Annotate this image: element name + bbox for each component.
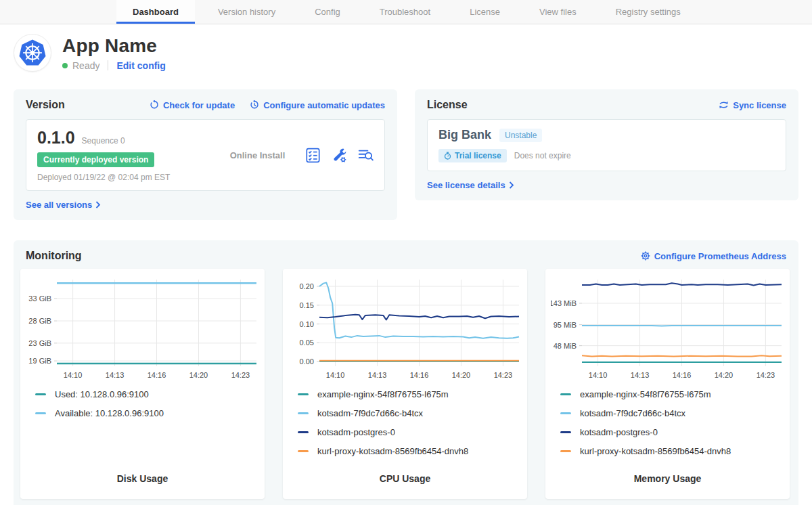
svg-text:14:23: 14:23 [757, 371, 775, 379]
legend-item: example-nginx-54f8f76755-l675m [298, 389, 512, 399]
svg-text:14:23: 14:23 [494, 371, 513, 379]
wrench-gear-icon[interactable] [332, 148, 347, 163]
see-license-details-link[interactable]: See license details [427, 180, 514, 190]
status-text: Ready [72, 60, 99, 71]
svg-text:14:16: 14:16 [673, 371, 692, 379]
chart-card-memory-usage: 14:1014:1314:1614:2014:2348 MiB95 MiB143… [545, 269, 790, 499]
divider [108, 60, 108, 70]
svg-text:0.05: 0.05 [300, 338, 314, 347]
version-card: Version Check for update [14, 89, 397, 220]
svg-text:14:23: 14:23 [231, 371, 250, 379]
current-version-box: 0.1.0 Sequence 0 Currently deployed vers… [26, 119, 385, 191]
cpu-usage-legend: example-nginx-54f8f76755-l675mkotsadm-7f… [288, 382, 522, 465]
memory-usage-legend: example-nginx-54f8f76755-l675mkotsadm-7f… [551, 382, 784, 465]
chart-card-disk-usage: 14:1014:1314:1614:2014:2319 GiB23 GiB28 … [20, 269, 265, 499]
legend-label: example-nginx-54f8f76755-l675m [317, 389, 449, 399]
svg-text:0.10: 0.10 [300, 320, 314, 328]
check-for-update-button[interactable]: Check for update [150, 100, 235, 110]
trial-license-badge: Trial license [438, 149, 507, 162]
preflight-checklist-icon[interactable] [305, 148, 321, 163]
legend-label: Used: 10.128.0.96:9100 [55, 389, 149, 399]
legend-swatch [560, 431, 571, 433]
svg-text:95 MiB: 95 MiB [554, 321, 577, 329]
tab-troubleshoot[interactable]: Troubleshoot [363, 0, 447, 24]
version-number: 0.1.0 [37, 128, 75, 148]
legend-label: kurl-proxy-kotsadm-8569fb6454-dnvh8 [317, 446, 468, 456]
svg-text:143 MiB: 143 MiB [551, 299, 577, 307]
legend-swatch [560, 450, 571, 452]
sync-license-button[interactable]: Sync license [719, 100, 786, 110]
legend-label: kotsadm-postgres-0 [580, 427, 658, 437]
kubernetes-icon [19, 39, 46, 66]
legend-swatch [298, 450, 309, 452]
sync-icon [719, 100, 729, 110]
monitoring-title: Monitoring [26, 250, 82, 262]
configure-automatic-updates-button[interactable]: Configure automatic updates [250, 100, 385, 110]
legend-item: example-nginx-54f8f76755-l675m [560, 389, 775, 399]
version-card-title: Version [26, 99, 65, 111]
svg-text:14:10: 14:10 [326, 371, 345, 379]
legend-item: kurl-proxy-kotsadm-8569fb6454-dnvh8 [298, 446, 512, 456]
svg-text:14:16: 14:16 [148, 371, 166, 379]
app-logo [14, 34, 51, 72]
legend-item: kotsadm-postgres-0 [298, 427, 512, 437]
see-all-versions-link[interactable]: See all versions [26, 200, 101, 210]
refresh-icon [150, 100, 159, 110]
svg-text:14:10: 14:10 [589, 371, 608, 379]
chevron-right-icon [95, 201, 101, 208]
page-title: App Name [62, 35, 166, 57]
license-card: License Sync license Big Bank Unstable [415, 89, 798, 200]
chart-card-cpu-usage: 14:1014:1314:1614:2014:230.000.050.100.1… [283, 269, 527, 499]
svg-text:14:13: 14:13 [368, 371, 387, 379]
legend-item: kurl-proxy-kotsadm-8569fb6454-dnvh8 [560, 446, 775, 456]
svg-text:28 GiB: 28 GiB [28, 317, 51, 325]
svg-text:48 MiB: 48 MiB [554, 342, 577, 350]
legend-item: kotsadm-7f9dc7d66c-b4tcx [298, 408, 512, 418]
svg-text:14:13: 14:13 [631, 371, 650, 379]
legend-swatch [560, 412, 571, 414]
license-card-title: License [427, 99, 468, 111]
legend-item: kotsadm-7f9dc7d66c-b4tcx [560, 408, 775, 418]
configure-prometheus-button[interactable]: Configure Prometheus Address [641, 251, 786, 261]
tab-registry-settings[interactable]: Registry settings [600, 0, 697, 24]
edit-config-link[interactable]: Edit config [116, 60, 165, 71]
svg-text:33 GiB: 33 GiB [28, 294, 51, 303]
svg-text:23 GiB: 23 GiB [28, 339, 51, 347]
legend-swatch [298, 431, 309, 433]
deployed-timestamp: Deployed 01/19/22 @ 02:04 pm EST [37, 173, 210, 182]
svg-text:19 GiB: 19 GiB [28, 357, 51, 365]
svg-text:14:20: 14:20 [452, 371, 471, 379]
disk-usage-chart: 14:1014:1314:1614:2014:2319 GiB23 GiB28 … [26, 274, 259, 382]
legend-label: kotsadm-7f9dc7d66c-b4tcx [580, 408, 685, 418]
svg-text:0.20: 0.20 [300, 282, 314, 290]
tab-license[interactable]: License [453, 0, 516, 24]
license-details-box: Big Bank Unstable Trial license Does not… [427, 119, 786, 171]
chart-title: Disk Usage [26, 473, 259, 492]
svg-text:0.00: 0.00 [300, 357, 314, 366]
chevron-right-icon [509, 181, 514, 189]
series-line [582, 326, 782, 326]
legend-label: Available: 10.128.0.96:9100 [55, 408, 164, 418]
legend-label: kotsadm-postgres-0 [317, 427, 395, 437]
clock-refresh-icon [250, 100, 259, 110]
status-dot [62, 63, 68, 68]
chart-title: CPU Usage [288, 473, 522, 492]
view-logs-icon[interactable] [358, 148, 374, 163]
svg-text:14:20: 14:20 [189, 371, 208, 379]
tab-config[interactable]: Config [298, 0, 357, 24]
monitoring-panel: Monitoring Configure Prometheus Address … [14, 240, 798, 505]
cpu-usage-chart: 14:1014:1314:1614:2014:230.000.050.100.1… [288, 274, 522, 382]
legend-item: Used: 10.128.0.96:9100 [35, 389, 250, 399]
customer-name: Big Bank [438, 128, 491, 142]
tab-version-history[interactable]: Version history [202, 0, 292, 24]
disk-usage-legend: Used: 10.128.0.96:9100Available: 10.128.… [26, 382, 259, 427]
svg-text:14:20: 14:20 [715, 371, 734, 379]
deployed-badge: Currently deployed version [37, 152, 154, 167]
legend-item: kotsadm-postgres-0 [560, 427, 775, 437]
install-type-label: Online Install [210, 128, 305, 182]
tab-dashboard[interactable]: Dashboard [116, 0, 195, 24]
svg-text:14:16: 14:16 [410, 371, 429, 379]
tab-view-files[interactable]: View files [523, 0, 593, 24]
legend-swatch [298, 412, 309, 414]
top-nav: DashboardVersion historyConfigTroublesho… [0, 0, 812, 24]
